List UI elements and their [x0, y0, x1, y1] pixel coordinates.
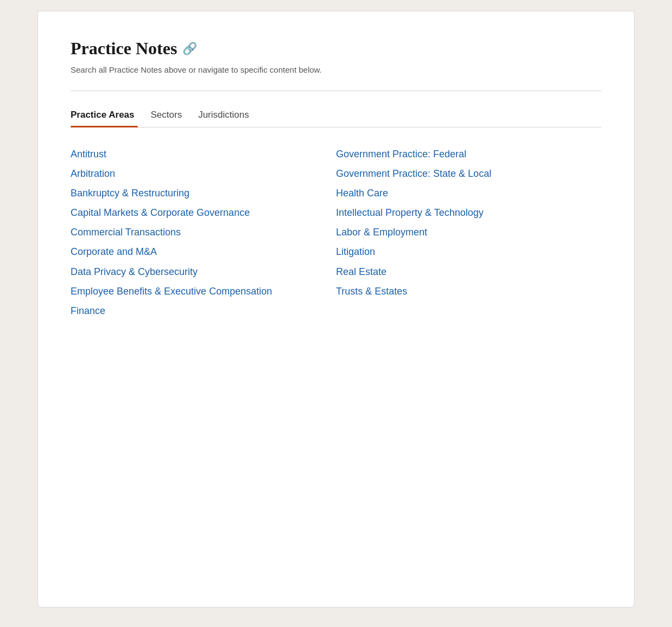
list-item: Trusts & Estates	[336, 284, 601, 298]
right-link-list: Government Practice: FederalGovernment P…	[336, 147, 601, 298]
practice-area-link[interactable]: Commercial Transactions	[71, 227, 181, 238]
practice-area-link[interactable]: Employee Benefits & Executive Compensati…	[71, 286, 272, 297]
practice-area-link[interactable]: Antitrust	[71, 149, 106, 159]
list-item: Bankruptcy & Restructuring	[71, 186, 336, 200]
practice-area-link[interactable]: Finance	[71, 305, 105, 316]
divider	[71, 91, 601, 91]
two-column-layout: AntitrustArbitrationBankruptcy & Restruc…	[71, 147, 601, 323]
list-item: Real Estate	[336, 265, 601, 279]
practice-area-link[interactable]: Real Estate	[336, 266, 386, 277]
tab-jurisdictions[interactable]: Jurisdictions	[198, 104, 265, 127]
list-item: Data Privacy & Cybersecurity	[71, 265, 336, 279]
left-link-list: AntitrustArbitrationBankruptcy & Restruc…	[71, 147, 336, 318]
practice-area-link[interactable]: Labor & Employment	[336, 227, 427, 238]
content-area: AntitrustArbitrationBankruptcy & Restruc…	[71, 147, 601, 323]
main-card: Practice Notes 🔗 Search all Practice Not…	[37, 11, 635, 607]
list-item: Antitrust	[71, 147, 336, 161]
practice-area-link[interactable]: Corporate and M&A	[71, 246, 157, 257]
page-title: Practice Notes 🔗	[71, 39, 601, 59]
tab-bar: Practice Areas Sectors Jurisdictions	[71, 104, 601, 127]
list-item: Government Practice: State & Local	[336, 167, 601, 181]
list-item: Finance	[71, 304, 336, 318]
list-item: Labor & Employment	[336, 225, 601, 239]
tab-sectors[interactable]: Sectors	[151, 104, 199, 127]
practice-area-link[interactable]: Litigation	[336, 246, 375, 257]
practice-area-link[interactable]: Bankruptcy & Restructuring	[71, 188, 189, 199]
link-icon[interactable]: 🔗	[182, 42, 197, 56]
practice-area-link[interactable]: Data Privacy & Cybersecurity	[71, 266, 198, 277]
list-item: Health Care	[336, 186, 601, 200]
page-subtitle: Search all Practice Notes above or navig…	[71, 65, 601, 74]
practice-area-link[interactable]: Government Practice: State & Local	[336, 168, 491, 179]
practice-area-link[interactable]: Government Practice: Federal	[336, 149, 466, 159]
list-item: Government Practice: Federal	[336, 147, 601, 161]
practice-area-link[interactable]: Health Care	[336, 188, 388, 199]
list-item: Capital Markets & Corporate Governance	[71, 206, 336, 220]
practice-area-link[interactable]: Trusts & Estates	[336, 286, 407, 297]
left-column: AntitrustArbitrationBankruptcy & Restruc…	[71, 147, 336, 323]
page-title-text: Practice Notes	[71, 39, 177, 59]
list-item: Intellectual Property & Technology	[336, 206, 601, 220]
list-item: Employee Benefits & Executive Compensati…	[71, 284, 336, 298]
right-column: Government Practice: FederalGovernment P…	[336, 147, 601, 323]
list-item: Corporate and M&A	[71, 245, 336, 259]
practice-area-link[interactable]: Intellectual Property & Technology	[336, 207, 484, 218]
list-item: Commercial Transactions	[71, 225, 336, 239]
tab-practice-areas[interactable]: Practice Areas	[71, 104, 151, 127]
practice-area-link[interactable]: Arbitration	[71, 168, 115, 179]
practice-area-link[interactable]: Capital Markets & Corporate Governance	[71, 207, 250, 218]
list-item: Arbitration	[71, 167, 336, 181]
list-item: Litigation	[336, 245, 601, 259]
